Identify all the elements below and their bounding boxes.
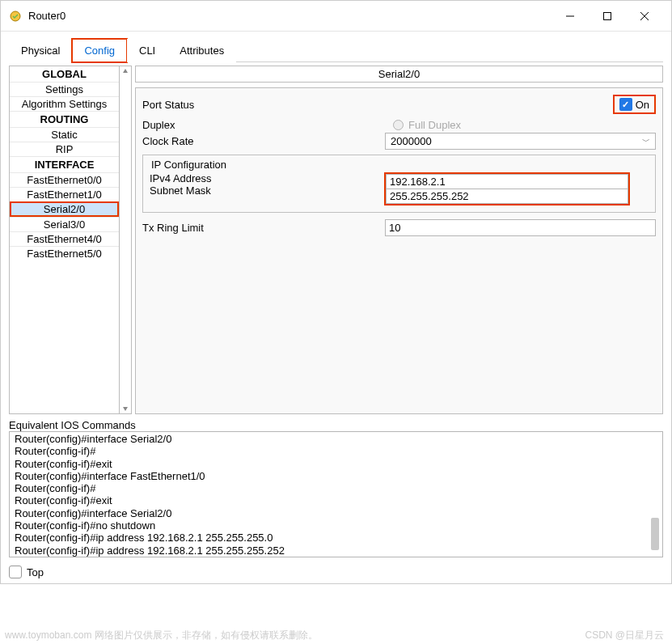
sidebar: GLOBAL Settings Algorithm Settings ROUTI… xyxy=(9,66,119,414)
duplex-full-label: Full Duplex xyxy=(408,119,461,131)
clock-rate-select[interactable]: 2000000 ﹀ xyxy=(385,133,656,150)
ios-text: Router(config)#interface Serial2/0 Route… xyxy=(15,433,285,557)
minimize-button[interactable] xyxy=(552,4,589,28)
checkbox-on-icon[interactable] xyxy=(619,98,632,111)
sidebar-item-algorithm-settings[interactable]: Algorithm Settings xyxy=(10,96,119,111)
main-area: GLOBAL Settings Algorithm Settings ROUTI… xyxy=(9,66,663,414)
chevron-down-icon: ﹀ xyxy=(642,136,650,147)
window: Router0 Physical Config CLI Attributes G… xyxy=(0,0,672,584)
port-status-label: Port Status xyxy=(142,99,613,111)
ipv4-label: IPv4 Address xyxy=(150,172,384,184)
sidebar-wrap: GLOBAL Settings Algorithm Settings ROUTI… xyxy=(9,66,132,414)
tab-config[interactable]: Config xyxy=(72,39,127,62)
sidebar-item-static[interactable]: Static xyxy=(10,127,119,142)
mask-input[interactable] xyxy=(386,189,628,204)
port-status-on-label: On xyxy=(636,99,649,111)
config-panel: Serial2/0 Port Status On Duplex Full Dup… xyxy=(135,66,663,414)
ipv4-input[interactable] xyxy=(386,174,628,189)
ios-label: Equivalent IOS Commands xyxy=(9,419,663,431)
scrollbar-thumb[interactable] xyxy=(651,518,659,550)
sidebar-item-fe40[interactable]: FastEthernet4/0 xyxy=(10,231,119,246)
mask-label: Subnet Mask xyxy=(150,184,384,197)
sidebar-item-rip[interactable]: RIP xyxy=(10,142,119,156)
sidebar-item-fe10[interactable]: FastEthernet1/0 xyxy=(10,187,119,201)
app-icon xyxy=(9,10,22,23)
ip-config-legend: IP Configuration xyxy=(150,159,649,171)
content-area: Physical Config CLI Attributes GLOBAL Se… xyxy=(1,32,671,561)
tab-bar: Physical Config CLI Attributes xyxy=(9,38,663,62)
sidebar-item-settings[interactable]: Settings xyxy=(10,82,119,96)
ios-scrollbar[interactable] xyxy=(649,434,661,555)
duplex-row: Duplex Full Duplex xyxy=(142,117,656,133)
maximize-button[interactable] xyxy=(589,4,626,28)
svg-marker-5 xyxy=(123,69,128,73)
ip-config-fieldset: IP Configuration IPv4 Address Subnet Mas… xyxy=(142,155,656,213)
duplex-radio-icon xyxy=(393,120,404,130)
sidebar-scrollbar[interactable] xyxy=(119,66,132,414)
port-status-row: Port Status On xyxy=(142,91,656,117)
watermark-right: CSDN @日星月云 xyxy=(585,629,664,642)
panel-title: Serial2/0 xyxy=(135,66,663,83)
clock-rate-label: Clock Rate xyxy=(142,135,385,147)
sidebar-header-routing: ROUTING xyxy=(10,111,119,127)
svg-rect-2 xyxy=(604,12,611,19)
top-checkbox[interactable] xyxy=(9,566,22,578)
panel-body: Port Status On Duplex Full Duplex Clock … xyxy=(135,87,663,414)
sidebar-item-serial20[interactable]: Serial2/0 xyxy=(10,201,119,217)
port-status-toggle[interactable]: On xyxy=(613,95,656,114)
tx-ring-label: Tx Ring Limit xyxy=(142,222,385,234)
ip-inputs-highlight xyxy=(384,172,630,205)
sidebar-item-fe50[interactable]: FastEthernet5/0 xyxy=(10,246,119,261)
tx-ring-row: Tx Ring Limit xyxy=(142,219,656,236)
scroll-up-icon[interactable] xyxy=(122,68,129,74)
tab-cli[interactable]: CLI xyxy=(127,39,167,62)
duplex-label: Duplex xyxy=(142,119,393,131)
titlebar: Router0 xyxy=(1,1,671,32)
tx-ring-input[interactable] xyxy=(385,219,656,236)
tab-attributes[interactable]: Attributes xyxy=(167,39,236,62)
window-title: Router0 xyxy=(28,10,552,22)
sidebar-header-global: GLOBAL xyxy=(10,66,119,82)
clock-rate-row: Clock Rate 2000000 ﹀ xyxy=(142,133,656,155)
sidebar-header-interface: INTERFACE xyxy=(10,156,119,172)
sidebar-item-fe00[interactable]: FastEthernet0/0 xyxy=(10,172,119,187)
top-label: Top xyxy=(27,566,44,578)
close-button[interactable] xyxy=(626,4,663,28)
tab-physical[interactable]: Physical xyxy=(9,39,72,62)
clock-rate-value: 2000000 xyxy=(391,135,432,147)
svg-marker-6 xyxy=(123,407,128,411)
bottom-bar: Top xyxy=(1,561,671,583)
window-controls xyxy=(552,4,663,28)
sidebar-item-serial30[interactable]: Serial3/0 xyxy=(10,217,119,231)
scroll-down-icon[interactable] xyxy=(122,405,129,412)
watermark-left: www.toymoban.com 网络图片仅供展示，非存储，如有侵权请联系删除。 xyxy=(5,629,318,642)
ios-section: Equivalent IOS Commands Router(config)#i… xyxy=(9,419,663,557)
ios-output[interactable]: Router(config)#interface Serial2/0 Route… xyxy=(9,431,663,557)
